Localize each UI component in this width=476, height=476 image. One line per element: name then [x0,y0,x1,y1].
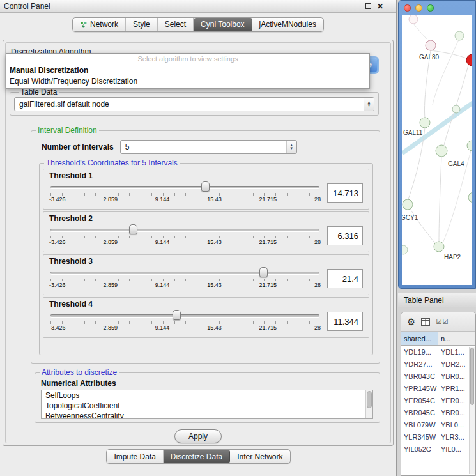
popup-option-manual-discretization[interactable]: Manual Discretization [6,65,369,76]
table-rows: YDL19... YDL1... YDR27... YDR2... YBR043… [401,346,475,475]
network-canvas[interactable]: GAL80 GAL11 GAL4 GCY1 HAP2 [402,15,472,285]
table-row[interactable]: YBR045C YBR0... [401,407,475,419]
tick-label: 21.715 [259,239,277,245]
table-row[interactable]: YDL19... YDL1... [401,346,475,358]
table-row[interactable]: YIL052C YIL0... [401,443,475,456]
list-item[interactable]: TopologicalCoefficient [42,401,372,411]
stepper-icon[interactable]: ▲ ▼ [286,141,296,153]
table-header-row: shared... n... [401,332,475,346]
control-panel-titlebar: Control Panel ✕ [0,0,396,13]
number-of-intervals-combobox[interactable]: 5 ▲ ▼ [120,140,297,154]
table-row[interactable]: YDR27... YDR2... [401,358,475,371]
slider-tick-labels: -3.426 2.859 9.144 15.43 21.715 28 [49,325,321,331]
minimize-window-icon[interactable] [415,4,422,12]
cell: YDL19... [401,346,438,358]
tick-label: 28 [314,325,321,331]
tab-select[interactable]: Select [158,18,194,31]
tick-label: 21.715 [259,282,277,288]
threshold-2-slider[interactable]: -3.426 2.859 9.144 15.43 21.715 28 [49,224,321,248]
scrollbar-thumb[interactable] [470,348,474,405]
node[interactable] [455,31,464,40]
node-gal11[interactable] [420,118,430,128]
close-window-icon[interactable] [404,4,411,12]
table-row[interactable]: YLR345W YLR3... [401,431,475,443]
tab-discretize-data-label: Discretize Data [171,452,222,461]
threshold-4-slider[interactable]: -3.426 2.859 9.144 15.43 21.715 28 [49,309,321,334]
slider-track[interactable] [50,229,319,231]
columns-icon[interactable] [421,318,430,326]
node-label: GCY1 [402,214,418,221]
column-header-shared[interactable]: shared... [401,332,438,345]
table-data-combobox[interactable]: galFiltered.sif default node ▲ ▼ [14,97,374,111]
threshold-1-slider[interactable]: -3.426 2.859 9.144 15.43 21.715 28 [49,181,321,205]
tab-jactivemnodules-label: jActiveMNodules [259,20,316,29]
node[interactable] [452,105,460,113]
tick-label: 21.715 [259,196,277,203]
table-row[interactable]: YER054C YER0... [401,395,475,407]
window-traffic-lights [404,4,434,12]
node-gal80[interactable] [426,40,436,50]
node-selected-red[interactable] [466,54,472,66]
slider-track[interactable] [50,314,319,317]
table-data-selected-value: galFiltered.sif default node [19,100,109,109]
table-row[interactable]: YPR145W YPR1... [401,383,475,395]
threshold-4-value-field[interactable]: 11.344 [327,312,363,331]
stepper-icon[interactable]: ▲ ▼ [364,98,374,111]
zoom-window-icon[interactable] [427,4,434,12]
slider-thumb[interactable] [129,224,137,234]
node-gal4[interactable] [436,145,447,157]
node[interactable] [467,141,472,151]
tab-jactivemnodules[interactable]: jActiveMNodules [252,18,323,31]
close-icon[interactable]: ✕ [377,3,383,10]
slider-track[interactable] [50,186,319,188]
threshold-1-box: Threshold 1 -3.426 2.859 9.144 15.43 [43,169,369,210]
cell: YBR043C [401,371,438,383]
tab-impute-data-label: Impute Data [114,452,155,461]
scrollbar-thumb[interactable] [367,391,372,408]
tab-network[interactable]: Network [73,18,126,31]
node[interactable] [468,192,472,203]
table-data-group: Table Data galFiltered.sif default node … [10,88,379,116]
popup-placeholder-option[interactable]: Select algorithm to view settings [6,55,369,65]
table-scrollbar[interactable] [469,347,475,474]
number-of-intervals-label: Number of Intervals [42,142,114,151]
panel-title: Control Panel [4,2,50,11]
cell: YDR27... [401,358,438,371]
tab-impute-data[interactable]: Impute Data [107,450,163,463]
node[interactable] [409,15,418,24]
slider-thumb[interactable] [173,310,181,320]
gear-icon[interactable]: ⚙ [407,317,415,326]
apply-button[interactable]: Apply [174,429,222,443]
list-item[interactable]: SelfLoops [42,390,372,401]
list-scrollbar[interactable] [365,390,372,418]
slider-thumb[interactable] [201,181,210,192]
threshold-3-slider[interactable]: -3.426 2.859 9.144 15.43 21.715 28 [49,266,321,291]
threshold-3-value-field[interactable]: 21.4 [327,269,363,288]
list-item[interactable]: BetweennessCentrality [42,411,372,419]
tab-infer-network[interactable]: Infer Network [230,450,289,463]
slider-track[interactable] [50,272,319,274]
tab-cyni-toolbox[interactable]: Cyni Toolbox [194,18,252,31]
slider-thumb[interactable] [259,267,268,277]
slider-tick-labels: -3.426 2.859 9.144 15.43 21.715 28 [49,282,321,288]
table-row[interactable]: YBL079W YBL0... [401,419,475,431]
float-window-icon[interactable] [365,3,371,9]
threshold-2-value-field[interactable]: 6.316 [327,226,363,245]
edge [439,157,441,242]
slider-ticks [50,193,319,196]
bottom-tabs-row: Impute Data Discretize Data Infer Networ… [0,449,397,464]
node[interactable] [402,245,408,254]
column-header-name[interactable]: n... [438,332,475,345]
threshold-2-box: Threshold 2 -3.426 2.859 9.144 15.43 [43,211,369,252]
tab-style[interactable]: Style [126,18,158,31]
tick-label: 15.43 [207,239,222,245]
tab-discretize-data[interactable]: Discretize Data [164,450,230,463]
popup-option-equal-width[interactable]: Equal Width/Frequency Discretization [6,76,369,87]
threshold-1-value-field[interactable]: 14.713 [327,183,363,203]
node-gcy1[interactable] [403,199,413,210]
table-row[interactable]: YBR043C YBR0... [401,371,475,383]
cell: YLR345W [401,431,438,443]
select-columns-icons[interactable]: ☑ ☑ [436,319,448,325]
bottom-tabstrip: Impute Data Discretize Data Infer Networ… [106,449,290,464]
node-hap2[interactable] [434,242,444,252]
